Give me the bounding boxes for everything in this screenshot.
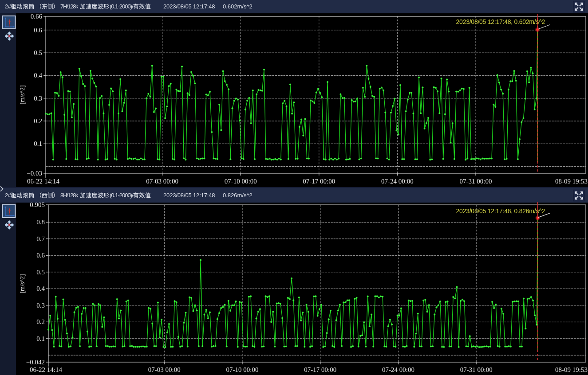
svg-text:07-10 00:00: 07-10 00:00 bbox=[226, 366, 258, 373]
svg-text:07-17 00:00: 07-17 00:00 bbox=[304, 366, 336, 373]
svg-text:2023/08/05 12:17:48, 0.826m/s^: 2023/08/05 12:17:48, 0.826m/s^2 bbox=[456, 207, 545, 215]
svg-text:0.1: 0.1 bbox=[34, 140, 42, 147]
svg-text:0.3: 0.3 bbox=[36, 302, 45, 309]
svg-text:0.5: 0.5 bbox=[36, 269, 45, 276]
svg-text:−0.03: −0.03 bbox=[27, 170, 42, 177]
svg-text:07-24 00:00: 07-24 00:00 bbox=[381, 178, 414, 185]
svg-text:0.3: 0.3 bbox=[34, 95, 42, 102]
svg-text:0.5: 0.5 bbox=[34, 49, 42, 56]
svg-text:0.6: 0.6 bbox=[34, 27, 42, 34]
svg-text:[m/s^2]: [m/s^2] bbox=[19, 274, 26, 293]
svg-text:06-22 14:14: 06-22 14:14 bbox=[30, 366, 62, 373]
svg-text:07-31 00:00: 07-31 00:00 bbox=[460, 366, 493, 373]
svg-text:08-09 19:53: 08-09 19:53 bbox=[555, 178, 588, 185]
svg-text:0.7: 0.7 bbox=[36, 235, 45, 242]
svg-text:−0.042: −0.042 bbox=[26, 359, 45, 366]
svg-text:07-03 00:00: 07-03 00:00 bbox=[146, 178, 178, 185]
svg-text:07-10 00:00: 07-10 00:00 bbox=[225, 178, 257, 185]
svg-text:08-09 19:53: 08-09 19:53 bbox=[555, 366, 588, 373]
svg-text:0.2: 0.2 bbox=[36, 318, 45, 325]
svg-text:0.4: 0.4 bbox=[34, 72, 42, 79]
svg-text:0.1: 0.1 bbox=[36, 335, 45, 342]
svg-text:0.905: 0.905 bbox=[30, 201, 45, 208]
svg-text:0.66: 0.66 bbox=[31, 13, 43, 20]
svg-text:07-24 00:00: 07-24 00:00 bbox=[382, 366, 414, 373]
svg-text:0.8: 0.8 bbox=[36, 219, 45, 226]
svg-text:07-31 00:00: 07-31 00:00 bbox=[460, 178, 492, 185]
svg-text:06-22 14:14: 06-22 14:14 bbox=[27, 178, 59, 185]
svg-text:[m/s^2]: [m/s^2] bbox=[19, 85, 26, 104]
svg-text:07-03 00:00: 07-03 00:00 bbox=[148, 366, 181, 373]
svg-text:07-17 00:00: 07-17 00:00 bbox=[303, 178, 335, 185]
svg-text:0.6: 0.6 bbox=[36, 252, 45, 259]
svg-text:0.2: 0.2 bbox=[34, 117, 42, 125]
svg-text:2023/08/05 12:17:48, 0.602m/s^: 2023/08/05 12:17:48, 0.602m/s^2 bbox=[456, 18, 545, 25]
svg-text:0.4: 0.4 bbox=[36, 285, 45, 292]
